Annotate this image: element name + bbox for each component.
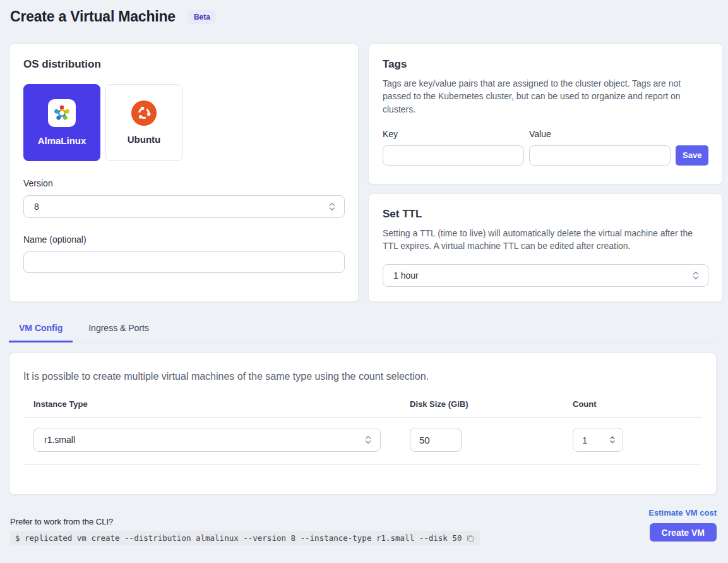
instance-type-select[interactable]: r1.small (33, 428, 381, 452)
ttl-select-value: 1 hour (393, 270, 691, 281)
almalinux-logo-icon (51, 102, 73, 124)
page-header: Create a Virtual Machine Beta (0, 0, 728, 25)
tag-key-label: Key (383, 129, 398, 139)
ubuntu-logo-icon (131, 100, 157, 126)
cli-prompt-text: Prefer to work from the CLI? (10, 517, 648, 526)
set-ttl-card: Set TTL Setting a TTL (time to live) wil… (368, 193, 723, 302)
tag-key-field: Key (383, 128, 524, 166)
cli-block: Prefer to work from the CLI? $ replicate… (10, 517, 648, 545)
tag-value-label: Value (529, 129, 551, 139)
tags-card: Tags Tags are key/value pairs that are a… (368, 44, 723, 185)
version-select-value: 8 (34, 202, 328, 212)
os-card-title: OS distribution (23, 58, 344, 71)
os-tile-almalinux-label: AlmaLinux (38, 135, 87, 146)
tab-bar: VM Config Ingress & Ports (9, 318, 717, 342)
count-cell: 1 (563, 428, 702, 452)
os-tiles: AlmaLinux Ubuntu (23, 84, 344, 161)
footer: Prefer to work from the CLI? $ replicate… (10, 500, 717, 545)
tag-form: Key Value Save (383, 128, 708, 166)
tags-card-title: Tags (383, 58, 708, 71)
save-tag-button[interactable]: Save (676, 145, 708, 166)
os-tile-ubuntu-label: Ubuntu (128, 134, 160, 145)
beta-badge: Beta (188, 10, 216, 24)
chevron-up-down-icon (328, 202, 337, 212)
os-tile-almalinux[interactable]: AlmaLinux (23, 84, 100, 161)
tag-value-input[interactable] (529, 145, 671, 166)
count-stepper[interactable]: 1 (573, 428, 623, 452)
ttl-select[interactable]: 1 hour (383, 264, 708, 287)
estimate-vm-cost-link[interactable]: Estimate VM cost (648, 508, 717, 518)
chevron-up-down-icon (691, 270, 700, 281)
page-title: Create a Virtual Machine (10, 8, 176, 25)
tag-key-input[interactable] (383, 145, 524, 166)
disk-size-input[interactable] (410, 428, 462, 452)
name-label: Name (optional) (23, 234, 344, 245)
vm-table-row: r1.small 1 (23, 418, 702, 465)
name-input[interactable] (23, 251, 345, 273)
vm-config-card: It is possible to create multiple virtua… (9, 353, 717, 495)
stepper-up-down-icon[interactable] (609, 435, 616, 444)
vm-config-note: It is possible to create multiple virtua… (23, 371, 702, 382)
chevron-up-down-icon (364, 435, 373, 445)
ttl-card-description: Setting a TTL (time to live) will automa… (383, 227, 708, 253)
tags-card-description: Tags are key/value pairs that are assign… (383, 77, 708, 116)
os-tile-ubuntu[interactable]: Ubuntu (105, 84, 182, 161)
column-instance-type: Instance Type (23, 399, 400, 409)
cli-command-box: $ replicated vm create --distribution al… (10, 531, 480, 545)
almalinux-logo-box (48, 99, 76, 127)
right-column: Tags Tags are key/value pairs that are a… (368, 44, 723, 302)
cli-command-text: $ replicated vm create --distribution al… (15, 533, 462, 543)
copy-icon[interactable] (466, 534, 475, 543)
column-disk-size: Disk Size (GiB) (400, 399, 563, 409)
tab-ingress-ports[interactable]: Ingress & Ports (78, 318, 159, 342)
create-vm-button[interactable]: Create VM (650, 523, 717, 542)
top-grid: OS distribution AlmaLinux (9, 44, 717, 302)
instance-type-value: r1.small (44, 435, 364, 445)
version-select[interactable]: 8 (23, 195, 345, 218)
column-count: Count (563, 399, 702, 409)
vm-table-header: Instance Type Disk Size (GiB) Count (23, 399, 702, 418)
disk-size-cell (400, 428, 563, 452)
footer-actions: Estimate VM cost Create VM (648, 508, 717, 542)
ttl-card-title: Set TTL (383, 208, 708, 221)
version-label: Version (23, 178, 344, 188)
instance-type-cell: r1.small (23, 428, 400, 452)
tag-value-field: Value (529, 128, 671, 166)
count-value: 1 (582, 435, 609, 445)
tab-vm-config[interactable]: VM Config (9, 318, 73, 342)
os-distribution-card: OS distribution AlmaLinux (9, 44, 359, 302)
